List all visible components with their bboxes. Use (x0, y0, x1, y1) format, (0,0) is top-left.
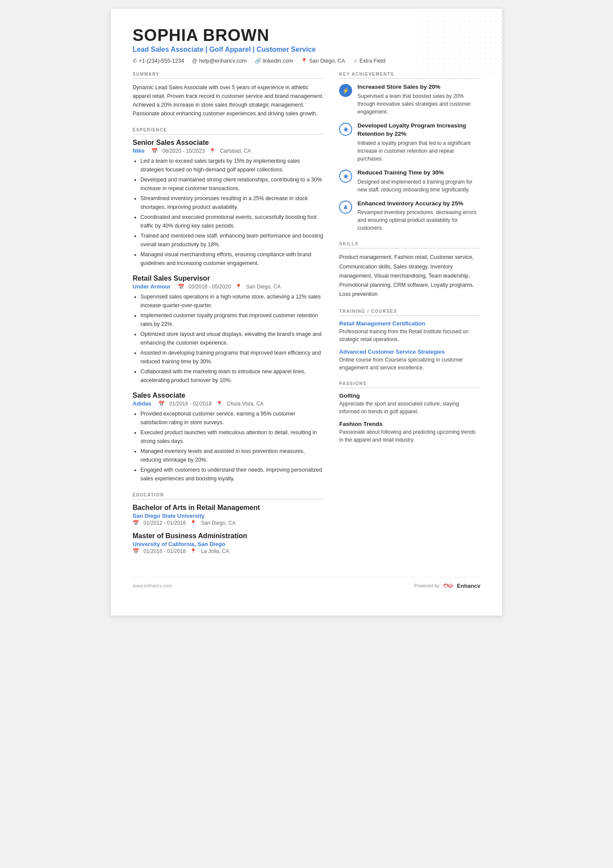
job-date-loc: 📅 03/2018 - 05/2020 📍 San Diego, CA (178, 284, 281, 290)
main-layout: SUMMARY Dynamic Lead Sales Associate wit… (133, 72, 480, 564)
achievement-item: ◉ Developed Loyalty Program Increasing R… (339, 122, 480, 163)
achievements-section: KEY ACHIEVEMENTS ⚡ Increased Store Sales… (339, 72, 480, 232)
achievement-title: Developed Loyalty Program Increasing Ret… (357, 122, 480, 138)
calendar-icon: 📅 (178, 284, 184, 290)
summary-label: SUMMARY (133, 72, 323, 79)
passion-title: Fashion Trends (339, 421, 480, 427)
summary-section: SUMMARY Dynamic Lead Sales Associate wit… (133, 72, 323, 118)
edu-meta: 📅 01/2012 - 01/2016 📍 San Diego, CA (133, 520, 323, 526)
achievement-item: ◉ Reduced Training Time by 30% Designed … (339, 169, 480, 194)
skills-text: Product management, Fashion retail, Cust… (339, 253, 480, 299)
footer-logo: Powered by Enhancv (414, 582, 480, 590)
calendar-icon: 📅 (133, 548, 139, 554)
calendar-icon: 📅 (133, 520, 139, 526)
contact-line: ✆ +1-(234)-555-1234 @ help@enhancv.com 🔗… (133, 58, 480, 64)
brand-name: Enhancv (457, 583, 480, 589)
location-icon: 📍 (301, 58, 307, 64)
training-item: Retail Management Certification Professi… (339, 320, 480, 343)
experience-label: EXPERIENCE (133, 127, 323, 134)
candidate-name: SOPHIA BROWN (133, 26, 480, 45)
training-desc: Online course from Coursera specializing… (339, 356, 480, 372)
bullet-item: Executed product launches with meticulou… (140, 428, 323, 446)
training-title: Advanced Customer Service Strategies (339, 349, 480, 355)
job-date-loc: 📅 06/2020 - 10/2023 📍 Carlsbad, CA (151, 148, 251, 154)
training-item: Advanced Customer Service Strategies Onl… (339, 349, 480, 372)
bullet-item: Streamlined inventory processes resultin… (140, 194, 323, 211)
edu-item: Master of Business Administration Univer… (133, 532, 323, 554)
achievement-desc: Designed and implemented a training prog… (357, 178, 480, 194)
edu-meta: 📅 01/2016 - 01/2018 📍 La Jolla, CA (133, 548, 323, 554)
job-company: Adidas (133, 400, 151, 407)
job-item: Sales Associate Adidas 📅 01/2016 - 02/20… (133, 392, 323, 483)
job-meta: Under Armour 📅 03/2018 - 05/2020 📍 San D… (133, 283, 323, 290)
job-item: Senior Sales Associate Nike 📅 06/2020 - … (133, 139, 323, 268)
achievement-icon: ◉ (339, 170, 352, 183)
bullet-item: Collaborated with the marketing team to … (140, 367, 323, 385)
passion-title: Golfing (339, 392, 480, 399)
job-title: Senior Sales Associate (133, 139, 323, 147)
job-meta: Nike 📅 06/2020 - 10/2023 📍 Carlsbad, CA (133, 147, 323, 154)
achievement-body: Developed Loyalty Program Increasing Ret… (357, 122, 480, 163)
bullet-item: Supervised sales operations in a high-vo… (140, 292, 323, 310)
page-footer: www.enhancv.com Powered by Enhancv (133, 577, 480, 590)
job-meta: Adidas 📅 01/2016 - 02/2018 📍 Chula Vista… (133, 400, 323, 407)
enhancv-logo-icon (442, 582, 454, 590)
phone-icon: ✆ (133, 58, 137, 64)
edu-school: San Diego State University (133, 513, 323, 519)
achievement-icon: ◉ (339, 123, 352, 136)
skills-label: SKILLS (339, 241, 480, 248)
achievement-icon: ♟ (339, 201, 352, 214)
job-title: Retail Sales Supervisor (133, 275, 323, 282)
achievement-item: ♟ Enhanced Inventory Accuracy by 25% Rev… (339, 200, 480, 232)
education-section: EDUCATION Bachelor of Arts in Retail Man… (133, 493, 323, 554)
bullet-item: Optimized store layout and visual displa… (140, 330, 323, 347)
bullet-item: Developed and maintained strong client r… (140, 175, 323, 193)
contact-phone: ✆ +1-(234)-555-1234 (133, 58, 184, 64)
bullet-item: Engaged with customers to understand the… (140, 466, 323, 483)
job-company: Nike (133, 147, 144, 154)
job-bullets: Provided exceptional customer service, e… (133, 409, 323, 483)
passion-desc: Appreciate the sport and associated cult… (339, 400, 480, 416)
training-label: TRAINING / COURSES (339, 309, 480, 316)
bullet-item: Managed visual merchandising efforts, en… (140, 250, 323, 268)
passion-item: Golfing Appreciate the sport and associa… (339, 392, 480, 416)
pin-icon: 📍 (216, 401, 223, 407)
resume-header: SOPHIA BROWN Lead Sales Associate | Golf… (133, 26, 480, 64)
bullet-item: Led a team to exceed sales targets by 15… (140, 157, 323, 174)
experience-section: EXPERIENCE Senior Sales Associate Nike 📅… (133, 127, 323, 483)
contact-linkedin: 🔗 linkedin.com (255, 58, 293, 64)
job-company: Under Armour (133, 283, 171, 290)
skills-section: SKILLS Product management, Fashion retai… (339, 241, 480, 299)
left-column: SUMMARY Dynamic Lead Sales Associate wit… (133, 72, 323, 564)
education-label: EDUCATION (133, 493, 323, 499)
achievements-label: KEY ACHIEVEMENTS (339, 72, 480, 79)
achievement-desc: Revamped inventory procedures, decreasin… (357, 208, 480, 232)
footer-website: www.enhancv.com (133, 583, 172, 588)
calendar-icon: 📅 (151, 148, 158, 154)
contact-location: 📍 San Diego, CA (301, 58, 345, 64)
calendar-icon: 📅 (158, 401, 165, 407)
contact-extra: ☆ Extra Field (353, 58, 386, 64)
achievement-body: Enhanced Inventory Accuracy by 25% Revam… (357, 200, 480, 232)
job-item: Retail Sales Supervisor Under Armour 📅 0… (133, 275, 323, 385)
link-icon: 🔗 (255, 58, 261, 64)
training-desc: Professional training from the Retail In… (339, 328, 480, 343)
achievement-title: Increased Store Sales by 20% (357, 83, 480, 91)
candidate-title: Lead Sales Associate | Golf Apparel | Cu… (133, 46, 480, 54)
contact-email: @ help@enhancv.com (192, 58, 247, 64)
job-title: Sales Associate (133, 392, 323, 399)
bullet-item: Assisted in developing training programs… (140, 349, 323, 366)
pin-icon: 📍 (235, 284, 242, 290)
edu-item: Bachelor of Arts in Retail Management Sa… (133, 504, 323, 526)
achievement-title: Enhanced Inventory Accuracy by 25% (357, 200, 480, 208)
pin-icon: 📍 (209, 148, 216, 154)
pin-icon: 📍 (190, 520, 197, 526)
bullet-item: Trained and mentored new staff, enhancin… (140, 231, 323, 249)
edu-degree: Master of Business Administration (133, 532, 323, 540)
training-section: TRAINING / COURSES Retail Management Cer… (339, 309, 480, 372)
achievement-desc: Initiated a loyalty program that led to … (357, 139, 480, 163)
right-column: KEY ACHIEVEMENTS ⚡ Increased Store Sales… (339, 72, 480, 564)
achievement-icon: ⚡ (339, 84, 352, 97)
summary-text: Dynamic Lead Sales Associate with over 5… (133, 83, 323, 118)
bullet-item: Implemented customer loyalty programs th… (140, 311, 323, 328)
